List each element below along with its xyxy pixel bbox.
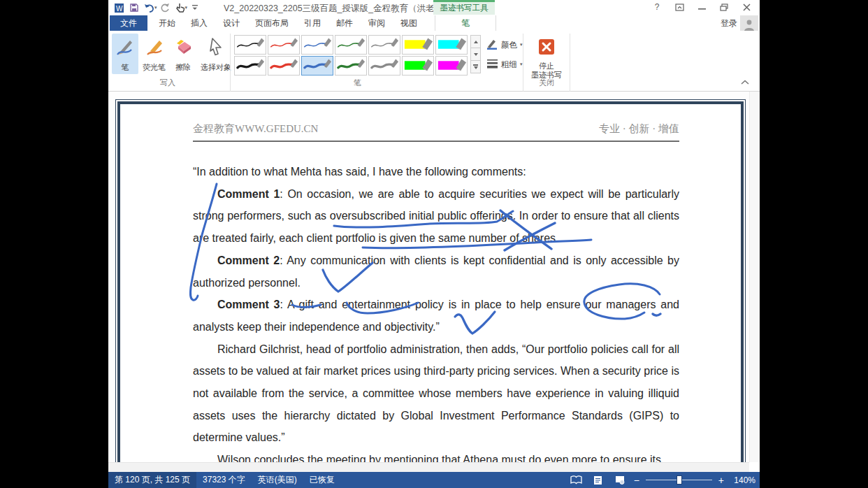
pen-style-tile[interactable] [301,35,333,55]
pen-style-tile[interactable] [268,56,300,76]
ribbon-display-icon[interactable] [672,1,687,13]
pen-group-label: 笔 [234,78,481,88]
save-icon[interactable] [126,1,142,14]
document-canvas: 金程教育WWW.GFEDU.CN 专业 · 创新 · 增值 “In additi… [108,92,749,462]
zoom-out-button[interactable]: − [634,475,639,486]
ribbon-pen-tab-panel: 笔荧光笔擦除选择对象 写入 颜色▾ 粗细▾ 笔 停止 墨迹书写 [108,31,760,92]
tab-insert[interactable]: 插入 [183,15,215,31]
tab-mailings[interactable]: 邮件 [328,15,361,31]
status-language[interactable]: 英语(美国) [252,472,303,488]
gallery-more-icon[interactable] [470,60,481,73]
pen-button[interactable]: 笔 [112,34,138,74]
svg-text:W: W [116,4,123,12]
pen-style-tile[interactable] [268,35,300,55]
gallery-scrollbar [470,35,481,73]
contextual-tab-group-header: 墨迹书写工具 [433,0,495,15]
page-header-left: 金程教育WWW.GFEDU.CN [193,122,318,136]
paragraph: Comment 1: On occasion, we are able to a… [193,183,679,250]
document-title: V2_20220323_2205三级百题_授课版_金程教育（洪老师... [224,3,450,15]
pen-thickness-button[interactable]: 粗细▾ [486,57,523,71]
status-page-info[interactable]: 第 120 页, 共 125 页 [108,472,196,488]
document-body: “In addition to what Mehta has said, I h… [193,161,679,462]
status-right-items: − + 140% [569,472,755,488]
status-bar: 第 120 页, 共 125 页37323 个字英语(美国)已恢复 − + 14… [108,472,760,488]
window-controls: ? [649,1,754,13]
pen-style-tile[interactable] [368,35,400,55]
write-group: 笔荧光笔擦除选择对象 [112,34,234,74]
select-objects-icon [205,36,226,60]
avatar-icon[interactable] [740,15,758,31]
quick-access-toolbar: W ▾ ▾ [111,1,203,14]
gallery-scroll-down-icon[interactable] [470,48,481,61]
page-header: 金程教育WWW.GFEDU.CN 专业 · 创新 · 增值 [193,122,679,142]
tab-layout[interactable]: 页面布局 [247,15,296,31]
highlighter-button[interactable]: 荧光笔 [140,34,168,74]
zoom-slider[interactable] [646,472,712,488]
tab-design[interactable]: 设计 [215,15,247,31]
write-group-label: 写入 [129,78,206,88]
read-mode-icon[interactable] [569,472,584,488]
zoom-percentage[interactable]: 140% [730,475,755,485]
gallery-scroll-up-icon[interactable] [470,35,481,48]
tab-view[interactable]: 视图 [393,15,425,31]
paragraph: Comment 3: A gift and entertainment poli… [193,294,679,338]
word-icon: W [111,1,126,14]
tab-review[interactable]: 审阅 [361,15,393,31]
status-word-count[interactable]: 37323 个字 [196,472,252,488]
paragraph: Wilson concludes the meeting by mentioni… [193,449,679,462]
paragraph: “In addition to what Mehta has said, I h… [193,161,679,183]
pen-style-tile[interactable] [335,35,367,55]
eraser-button[interactable]: 擦除 [170,34,196,74]
sign-in-link[interactable]: 登录 [721,17,737,29]
tab-references[interactable]: 引用 [296,15,328,31]
pen-color-button[interactable]: 颜色▾ [486,38,523,52]
vertical-scrollbar[interactable] [749,92,760,462]
page-header-right: 专业 · 创新 · 增值 [599,122,679,136]
restore-icon[interactable] [716,1,732,13]
pen-thickness-icon [486,59,498,70]
close-group-label: 关闭 [528,78,565,88]
pen-style-tile[interactable] [301,56,333,76]
zoom-in-button[interactable]: + [718,475,724,486]
help-icon[interactable]: ? [649,1,665,13]
pen-icon [115,36,136,60]
word-window: W ▾ ▾ V2_20220323_2205三级百题_授课版_金程教育（洪老师.… [108,0,760,488]
tab-pen[interactable]: 笔 [435,15,496,31]
pen-style-tile[interactable] [234,56,266,76]
minimize-icon[interactable] [694,1,709,13]
eraser-icon [173,36,194,60]
redo-icon[interactable] [157,1,173,14]
highlighter-style-tile[interactable] [435,56,468,76]
status-recovered[interactable]: 已恢复 [303,472,341,488]
select-objects-button[interactable]: 选择对象 [198,34,234,74]
tab-file[interactable]: 文件 [110,15,147,31]
close-icon[interactable] [739,1,754,13]
paragraph: Richard Gilchrist, head of portfolio adm… [193,338,679,450]
highlighter-style-tile[interactable] [435,35,468,55]
document-page[interactable]: 金程教育WWW.GFEDU.CN 专业 · 创新 · 增值 “In additi… [117,101,744,462]
ribbon-tab-row: 文件开始插入设计页面布局引用邮件审阅视图笔 登录 [108,15,760,31]
pen-style-tile[interactable] [234,35,266,55]
highlighter-style-tile[interactable] [402,35,434,55]
pen-style-gallery [234,35,468,76]
status-left-items: 第 120 页, 共 125 页37323 个字英语(美国)已恢复 [108,472,341,488]
pen-style-tile[interactable] [368,56,400,76]
print-layout-icon[interactable] [591,472,606,488]
horizontal-scrollbar[interactable] [108,462,749,472]
stop-ink-icon [538,38,555,58]
tab-home[interactable]: 开始 [151,15,183,31]
pen-options: 颜色▾ 粗细▾ [486,38,523,77]
zoom-slider-thumb[interactable] [677,475,682,485]
web-layout-icon[interactable] [612,472,628,488]
collapse-ribbon-icon[interactable] [740,76,750,88]
pen-color-icon [486,38,498,51]
highlighter-icon [144,36,165,60]
title-bar: W ▾ ▾ V2_20220323_2205三级百题_授课版_金程教育（洪老师.… [108,0,760,15]
paragraph: Comment 2: Any communication with client… [193,250,679,294]
tab-strip: 文件开始插入设计页面布局引用邮件审阅视图笔 [110,15,425,31]
highlighter-style-tile[interactable] [402,56,434,76]
pen-style-tile[interactable] [335,56,367,76]
customize-qat-icon[interactable] [187,1,203,14]
